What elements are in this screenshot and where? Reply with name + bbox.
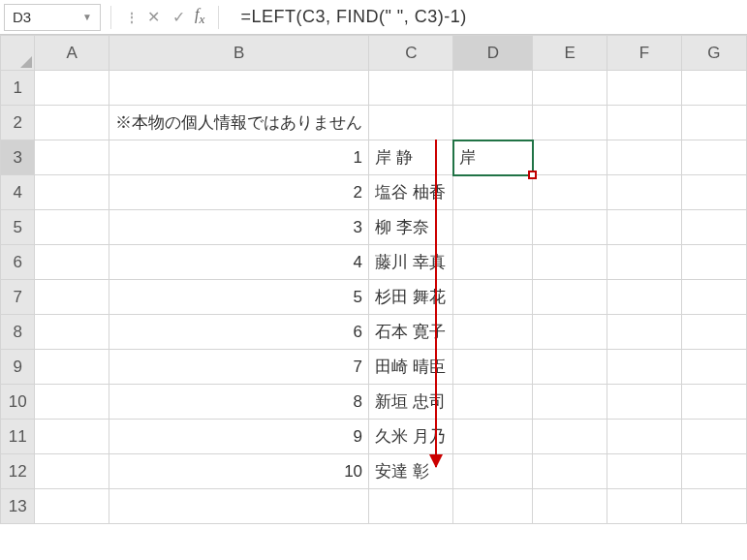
cell[interactable] (35, 245, 109, 280)
col-head-A[interactable]: A (35, 36, 109, 71)
cell[interactable] (681, 454, 746, 489)
cell[interactable] (35, 420, 109, 454)
cell[interactable] (453, 280, 533, 315)
cell[interactable] (681, 420, 746, 454)
cell[interactable] (453, 489, 533, 524)
cell[interactable] (109, 489, 369, 524)
cell[interactable] (35, 489, 109, 524)
cell[interactable]: 岸 静 (369, 140, 453, 175)
cell[interactable] (681, 350, 746, 385)
cell[interactable] (681, 385, 746, 420)
cell[interactable] (607, 350, 681, 385)
row-head[interactable]: 1 (1, 71, 35, 106)
cell[interactable] (453, 420, 533, 454)
cell[interactable] (533, 175, 607, 210)
cell[interactable] (681, 245, 746, 280)
row-head[interactable]: 10 (1, 385, 35, 420)
cell[interactable] (533, 420, 607, 454)
drag-handle-icon[interactable]: ⋮ (125, 10, 137, 25)
cancel-icon[interactable]: ✕ (140, 8, 166, 26)
cell[interactable] (35, 71, 109, 106)
cell[interactable]: 7 (109, 350, 369, 385)
row-head[interactable]: 6 (1, 245, 35, 280)
cell[interactable] (607, 210, 681, 245)
fill-handle[interactable] (528, 171, 537, 179)
cell[interactable] (681, 280, 746, 315)
cell[interactable] (533, 245, 607, 280)
cell[interactable] (35, 210, 109, 245)
row-head[interactable]: 11 (1, 420, 35, 454)
cell[interactable] (607, 106, 681, 140)
cell[interactable] (533, 106, 607, 140)
cell[interactable] (35, 106, 109, 140)
col-head-D[interactable]: D (453, 36, 533, 71)
cell[interactable] (369, 106, 453, 140)
cell[interactable] (533, 315, 607, 350)
cell[interactable]: 1 (109, 140, 369, 175)
name-box[interactable]: D3 ▼ (4, 4, 101, 31)
cell[interactable] (369, 489, 453, 524)
cell[interactable] (453, 454, 533, 489)
cell[interactable] (35, 280, 109, 315)
cell[interactable]: 新垣 忠司 (369, 385, 453, 420)
cell[interactable] (533, 210, 607, 245)
col-head-E[interactable]: E (533, 36, 607, 71)
cell[interactable] (109, 71, 369, 106)
cell[interactable] (35, 350, 109, 385)
col-head-F[interactable]: F (607, 36, 681, 71)
cell[interactable]: 2 (109, 175, 369, 210)
chevron-down-icon[interactable]: ▼ (82, 12, 92, 22)
cell[interactable] (607, 71, 681, 106)
formula-input[interactable] (229, 4, 743, 31)
cell[interactable] (35, 385, 109, 420)
cell[interactable]: 10 (109, 454, 369, 489)
cell[interactable] (453, 385, 533, 420)
cell[interactable] (35, 140, 109, 175)
row-head[interactable]: 9 (1, 350, 35, 385)
cell[interactable] (681, 210, 746, 245)
cell[interactable]: 3 (109, 210, 369, 245)
row-head[interactable]: 4 (1, 175, 35, 210)
cell[interactable] (607, 489, 681, 524)
cell[interactable]: 藤川 幸真 (369, 245, 453, 280)
cell[interactable]: 6 (109, 315, 369, 350)
cell[interactable] (681, 489, 746, 524)
cell[interactable] (681, 71, 746, 106)
cell[interactable] (35, 315, 109, 350)
cell[interactable] (533, 385, 607, 420)
cell[interactable] (681, 315, 746, 350)
cell[interactable]: 塩谷 柚香 (369, 175, 453, 210)
cell[interactable] (453, 71, 533, 106)
cell[interactable] (453, 350, 533, 385)
cell[interactable] (607, 280, 681, 315)
cell[interactable] (533, 280, 607, 315)
cell[interactable] (607, 454, 681, 489)
row-head[interactable]: 2 (1, 106, 35, 140)
cell[interactable] (607, 140, 681, 175)
cell[interactable]: 田崎 晴臣 (369, 350, 453, 385)
cell[interactable] (453, 175, 533, 210)
cell[interactable] (35, 175, 109, 210)
cell[interactable] (681, 140, 746, 175)
row-head[interactable]: 7 (1, 280, 35, 315)
row-head[interactable]: 12 (1, 454, 35, 489)
row-head[interactable]: 8 (1, 315, 35, 350)
cell[interactable]: 柳 李奈 (369, 210, 453, 245)
cell[interactable]: 8 (109, 385, 369, 420)
cell[interactable]: 4 (109, 245, 369, 280)
cell[interactable] (607, 175, 681, 210)
cell[interactable] (607, 385, 681, 420)
cell[interactable] (533, 454, 607, 489)
select-all-corner[interactable] (1, 36, 35, 71)
cell[interactable] (453, 245, 533, 280)
cell[interactable]: 石本 寛子 (369, 315, 453, 350)
cell[interactable] (369, 71, 453, 106)
cell[interactable]: 杉田 舞花 (369, 280, 453, 315)
col-head-G[interactable]: G (681, 36, 746, 71)
cell[interactable] (453, 210, 533, 245)
cell[interactable] (533, 71, 607, 106)
fx-icon[interactable]: fx (195, 6, 204, 27)
cell[interactable] (607, 315, 681, 350)
cell[interactable]: ※本物の個人情報ではありません (109, 106, 369, 140)
cell[interactable]: 久米 月乃 (369, 420, 453, 454)
